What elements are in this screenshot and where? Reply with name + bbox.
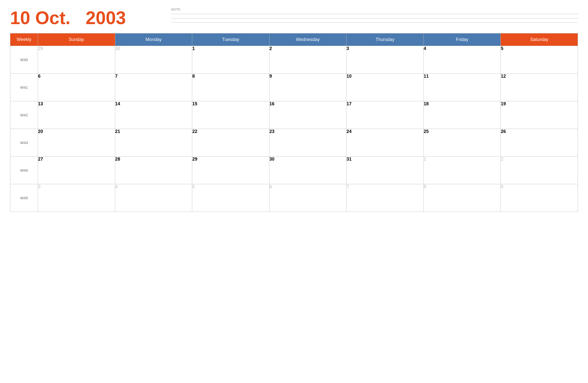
day-number: 15 xyxy=(192,101,197,106)
week-label-w43: W43 xyxy=(10,129,38,157)
day-cell: 11 xyxy=(423,74,501,101)
week-label-w40: W40 xyxy=(10,46,38,74)
day-number: 2 xyxy=(269,46,272,51)
day-number: 28 xyxy=(115,157,120,162)
week-label-text: W44 xyxy=(20,168,28,172)
note-section: NOTE: xyxy=(161,8,578,23)
day-number: 3 xyxy=(38,184,41,189)
day-number: 8 xyxy=(424,184,426,189)
day-cell: 3 xyxy=(346,46,424,74)
day-cell: 7 xyxy=(346,184,424,212)
note-line-2 xyxy=(171,18,578,18)
day-number: 27 xyxy=(38,157,43,162)
day-cell: 9 xyxy=(501,184,578,212)
day-number: 21 xyxy=(115,129,120,134)
day-number: 25 xyxy=(424,129,429,134)
calendar-row: W40293012345 xyxy=(10,46,578,74)
day-cell: 21 xyxy=(115,129,192,157)
day-number: 4 xyxy=(115,184,118,189)
day-cell: 4 xyxy=(423,46,501,74)
day-number: 13 xyxy=(38,101,43,106)
page-header: 10 Oct. 2003 NOTE: xyxy=(10,8,578,28)
calendar-row: W4320212223242526 xyxy=(10,129,578,157)
col-header-wednesday: Wednesday xyxy=(269,33,346,46)
col-header-saturday: Saturday xyxy=(501,33,578,46)
day-cell: 29 xyxy=(38,46,115,74)
calendar-row: W416789101112 xyxy=(10,74,578,101)
week-label-text: W45 xyxy=(20,196,28,200)
day-cell: 12 xyxy=(501,74,578,101)
day-cell: 2 xyxy=(501,157,578,184)
day-cell: 13 xyxy=(38,101,115,129)
week-label-w42: W42 xyxy=(10,101,38,129)
day-number: 6 xyxy=(269,184,272,189)
day-number: 23 xyxy=(269,129,275,134)
day-number: 18 xyxy=(424,101,429,106)
note-lines xyxy=(171,14,578,23)
day-number: 8 xyxy=(192,74,195,79)
day-cell: 6 xyxy=(38,74,115,101)
day-cell: 6 xyxy=(269,184,346,212)
day-cell: 1 xyxy=(192,46,269,74)
day-number: 26 xyxy=(501,129,506,134)
note-line-1 xyxy=(171,14,578,14)
day-cell: 19 xyxy=(501,101,578,129)
day-cell: 5 xyxy=(501,46,578,74)
day-cell: 25 xyxy=(423,129,501,157)
day-cell: 7 xyxy=(115,74,192,101)
day-cell: 3 xyxy=(38,184,115,212)
day-number: 29 xyxy=(192,157,197,162)
day-number: 24 xyxy=(346,129,351,134)
day-number: 22 xyxy=(192,129,197,134)
day-number: 1 xyxy=(192,46,195,51)
day-cell: 4 xyxy=(115,184,192,212)
day-cell: 8 xyxy=(423,184,501,212)
day-cell: 10 xyxy=(346,74,424,101)
day-number: 30 xyxy=(115,46,120,51)
calendar-header-row: Weekly Sunday Monday Tuesday Wednesday T… xyxy=(10,33,578,46)
day-number: 14 xyxy=(115,101,120,106)
day-number: 3 xyxy=(346,46,349,51)
day-number: 5 xyxy=(192,184,195,189)
day-number: 6 xyxy=(38,74,41,79)
day-number: 7 xyxy=(115,74,118,79)
day-cell: 17 xyxy=(346,101,424,129)
day-cell: 23 xyxy=(269,129,346,157)
day-cell: 30 xyxy=(269,157,346,184)
col-header-thursday: Thursday xyxy=(346,33,424,46)
day-cell: 31 xyxy=(346,157,424,184)
col-header-monday: Monday xyxy=(115,33,192,46)
note-label: NOTE: xyxy=(171,8,578,11)
col-header-tuesday: Tuesday xyxy=(192,33,269,46)
day-number: 12 xyxy=(501,74,506,79)
day-number: 19 xyxy=(501,101,506,106)
week-label-w41: W41 xyxy=(10,74,38,101)
header-year: 2003 xyxy=(86,8,126,28)
header-month: 10 Oct. xyxy=(10,8,70,28)
note-line-3 xyxy=(171,22,578,23)
day-cell: 9 xyxy=(269,74,346,101)
day-cell: 27 xyxy=(38,157,115,184)
day-cell: 1 xyxy=(423,157,501,184)
day-cell: 26 xyxy=(501,129,578,157)
col-header-friday: Friday xyxy=(423,33,501,46)
day-cell: 29 xyxy=(192,157,269,184)
week-label-w44: W44 xyxy=(10,157,38,184)
week-label-text: W41 xyxy=(20,85,28,89)
col-header-sunday: Sunday xyxy=(38,33,115,46)
calendar-row: W4213141516171819 xyxy=(10,101,578,129)
day-cell: 2 xyxy=(269,46,346,74)
day-number: 30 xyxy=(269,157,275,162)
day-cell: 5 xyxy=(192,184,269,212)
day-number: 5 xyxy=(501,46,503,51)
day-cell: 18 xyxy=(423,101,501,129)
day-number: 16 xyxy=(269,101,275,106)
day-number: 11 xyxy=(424,74,429,79)
day-cell: 22 xyxy=(192,129,269,157)
day-number: 20 xyxy=(38,129,43,134)
day-cell: 14 xyxy=(115,101,192,129)
day-number: 9 xyxy=(269,74,272,79)
week-label-text: W40 xyxy=(20,58,28,62)
calendar-row: W44272829303112 xyxy=(10,157,578,184)
day-number: 2 xyxy=(501,157,503,162)
